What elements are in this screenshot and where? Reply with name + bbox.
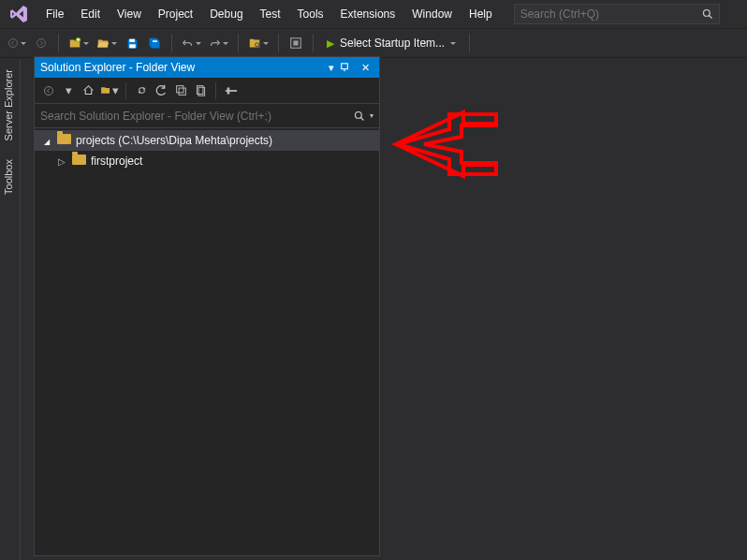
menu-project[interactable]: Project [150, 0, 201, 28]
find-in-files-button[interactable] [246, 33, 271, 53]
separator [278, 34, 279, 52]
svg-line-1 [709, 16, 711, 19]
menu-tools[interactable]: Tools [289, 0, 332, 28]
separator [469, 34, 470, 52]
separator [125, 82, 126, 99]
tree-node-firstproject[interactable]: firstproject [35, 151, 379, 171]
menu-file[interactable]: File [37, 0, 72, 28]
switch-views-icon[interactable]: ▾ [99, 81, 119, 100]
panel-search-input[interactable] [40, 110, 354, 123]
panel-titlebar[interactable]: Solution Explorer - Folder View ▾ ✕ [35, 57, 379, 78]
side-tab-toolbox[interactable]: Toolbox [0, 150, 17, 204]
main-toolbar: ▶ Select Startup Item... [0, 28, 747, 58]
svg-rect-11 [293, 40, 298, 45]
nav-forward-button[interactable] [32, 33, 51, 53]
expand-collapse-icon[interactable] [40, 136, 53, 146]
svg-point-21 [356, 111, 362, 118]
collapse-all-icon[interactable] [172, 81, 189, 100]
menu-view[interactable]: View [109, 0, 150, 28]
menu-edit[interactable]: Edit [72, 0, 109, 28]
expand-collapse-icon[interactable] [55, 156, 68, 167]
solution-explorer-panel: Solution Explorer - Folder View ▾ ✕ ▾ ▾ … [34, 56, 380, 556]
svg-point-14 [45, 86, 53, 95]
sync-icon[interactable] [133, 81, 150, 100]
svg-rect-16 [179, 88, 185, 95]
tree-node-label: firstproject [91, 155, 142, 168]
folder-icon [57, 134, 72, 147]
undo-button[interactable] [180, 33, 203, 53]
play-icon: ▶ [327, 37, 334, 50]
tree-root-projects[interactable]: projects (C:\Users\Dipa Mehta\projects) [35, 130, 379, 151]
quick-launch-input[interactable] [520, 7, 702, 21]
close-button[interactable]: ✕ [357, 62, 374, 74]
menu-help[interactable]: Help [461, 0, 501, 28]
separator [238, 34, 239, 52]
open-file-button[interactable] [95, 33, 119, 53]
svg-rect-12 [342, 64, 348, 69]
svg-point-2 [9, 39, 18, 48]
visual-studio-logo-icon [6, 4, 32, 24]
panel-search[interactable]: ▾ [35, 104, 379, 128]
forward-icon[interactable]: ▾ [60, 81, 77, 100]
panel-toolbar: ▾ ▾ [35, 78, 379, 104]
folder-icon [72, 155, 87, 168]
save-button[interactable] [123, 33, 141, 53]
tree-node-label: projects (C:\Users\Dipa Mehta\projects) [76, 134, 272, 147]
window-position-button[interactable]: ▾ [323, 62, 340, 74]
separator [313, 34, 314, 52]
show-all-files-icon[interactable] [192, 81, 209, 100]
save-all-button[interactable] [145, 33, 164, 53]
redo-button[interactable] [207, 33, 230, 53]
search-icon [354, 111, 365, 122]
home-icon[interactable] [80, 81, 96, 100]
svg-rect-20 [227, 87, 230, 94]
side-tool-tabs: Server Explorer Toolbox [0, 60, 21, 560]
back-icon[interactable] [40, 81, 57, 100]
start-debug-label: Select Startup Item... [340, 37, 445, 50]
menu-debug[interactable]: Debug [201, 0, 251, 28]
svg-line-9 [258, 47, 260, 49]
svg-rect-15 [176, 86, 183, 93]
separator [58, 34, 59, 52]
menu-window[interactable]: Window [403, 0, 461, 28]
quick-launch-search[interactable] [514, 4, 720, 24]
menubar: File Edit View Project Debug Test Tools … [0, 0, 747, 28]
new-project-button[interactable] [66, 33, 91, 53]
side-tab-server-explorer[interactable]: Server Explorer [0, 60, 17, 150]
start-debug-button[interactable]: ▶ Select Startup Item... [321, 32, 461, 54]
svg-line-22 [361, 117, 364, 120]
refresh-icon[interactable] [153, 81, 169, 100]
svg-point-0 [703, 10, 710, 17]
panel-title-text: Solution Explorer - Folder View [40, 61, 195, 74]
search-options-dropdown[interactable]: ▾ [370, 111, 374, 120]
svg-rect-5 [129, 38, 135, 41]
separator [171, 34, 172, 52]
autohide-button[interactable] [340, 63, 357, 72]
menu-test[interactable]: Test [252, 0, 289, 28]
svg-rect-6 [129, 44, 136, 48]
menu-items: File Edit View Project Debug Test Tools … [37, 0, 501, 28]
svg-point-3 [37, 39, 46, 48]
properties-icon[interactable] [223, 81, 240, 100]
menu-extensions[interactable]: Extensions [332, 0, 404, 28]
annotation-arrow-icon [388, 107, 501, 182]
solution-tree[interactable]: projects (C:\Users\Dipa Mehta\projects) … [35, 128, 379, 555]
solution-config-button[interactable] [286, 33, 305, 53]
nav-back-button[interactable] [6, 33, 28, 53]
search-icon [702, 8, 713, 20]
separator [215, 82, 216, 99]
